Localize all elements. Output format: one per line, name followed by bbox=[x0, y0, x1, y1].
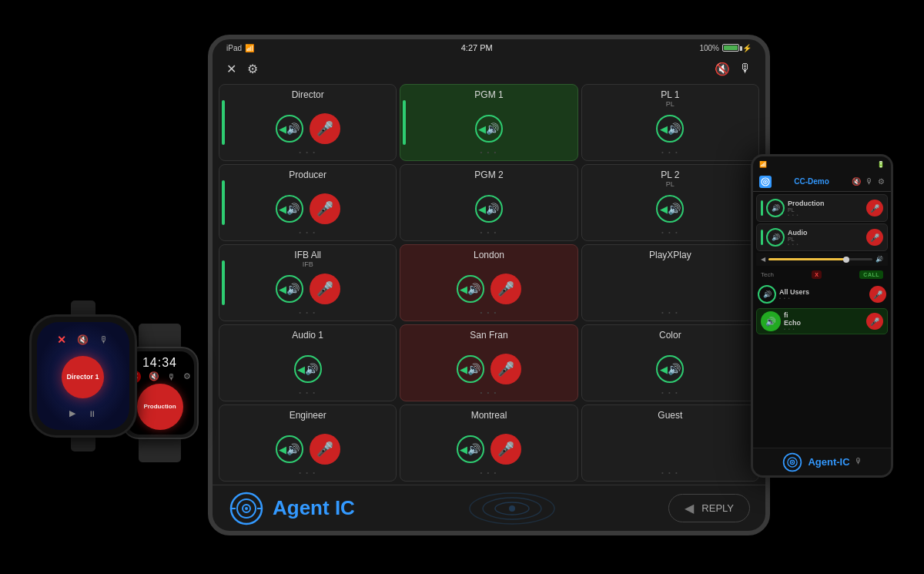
channel-sub: PL bbox=[582, 180, 758, 188]
channel-info: Audio PL • • • bbox=[788, 229, 863, 247]
reply-label: REPLY bbox=[701, 502, 734, 514]
channel-engineer[interactable]: Engineer 🔊 🎤 • • • bbox=[219, 404, 397, 482]
volume-button[interactable]: 🔊 bbox=[766, 228, 785, 247]
mic-button[interactable]: 🎤 bbox=[490, 434, 521, 465]
volume-button[interactable]: 🔊 bbox=[656, 115, 684, 143]
channel-montreal[interactable]: Montreal 🔊 🎤 • • • bbox=[400, 404, 578, 482]
channel-dots: • • • bbox=[219, 149, 396, 156]
channel-guest[interactable]: Guest • • • bbox=[581, 404, 759, 482]
channel-sanfran[interactable]: San Fran 🔊 🎤 • • • bbox=[400, 324, 578, 401]
phone-channel-production[interactable]: 🔊 Production PL • • • 🎤 bbox=[756, 194, 888, 222]
phone-channel-echo[interactable]: 🔊 fi Echo • • • 🎤 bbox=[756, 308, 888, 334]
mic-mute-button[interactable]: 🎙 bbox=[739, 62, 752, 76]
channel-dots: • • • bbox=[219, 309, 396, 316]
volume-button[interactable]: 🔊 bbox=[457, 275, 484, 303]
speaker-icon: 🔊 bbox=[286, 123, 300, 135]
volume-button[interactable]: 🔊 bbox=[457, 355, 484, 383]
channel-london[interactable]: London 🔊 🎤 • • • bbox=[400, 244, 578, 321]
svg-point-9 bbox=[509, 505, 515, 512]
smartphone: 📶 🔋 CC-Demo 🔇 🎙 ⚙ bbox=[751, 154, 901, 493]
volume-button[interactable]: 🔊 bbox=[276, 115, 303, 143]
watch-body: ✕ 🔇 🎙 Director 1 ▶ ⏸ bbox=[29, 314, 137, 438]
channel-audio1[interactable]: Audio 1 🔊 • • • bbox=[219, 324, 397, 401]
reply-button[interactable]: ◀ REPLY bbox=[668, 494, 750, 522]
mute-button[interactable]: 🔇 bbox=[715, 62, 730, 76]
watch-talk-button[interactable]: Director 1 bbox=[62, 356, 104, 398]
all-users-info: All Users • • • bbox=[779, 288, 866, 300]
volume-slider[interactable] bbox=[768, 258, 872, 260]
slider-fill bbox=[768, 258, 846, 260]
svg-point-3 bbox=[245, 507, 248, 510]
channel-pgm1[interactable]: PGM 1 🔊 • • • bbox=[400, 84, 578, 161]
production-label: Production bbox=[143, 403, 176, 411]
volume-button[interactable]: 🔊 bbox=[276, 195, 303, 223]
all-users-mic-button[interactable]: 🎤 bbox=[869, 286, 886, 303]
echo-volume-button[interactable]: 🔊 bbox=[761, 311, 781, 331]
mic-button[interactable]: 🎤 bbox=[490, 274, 521, 304]
agent-ic-text: Agent IC bbox=[273, 496, 355, 520]
watch-strap-top bbox=[139, 324, 181, 347]
channel-buttons: 🔊 bbox=[656, 355, 684, 383]
phone-channel-audio[interactable]: 🔊 Audio PL • • • 🎤 bbox=[756, 223, 888, 251]
echo-mic-button[interactable]: 🎤 bbox=[866, 313, 883, 330]
mic-button[interactable]: 🎤 bbox=[310, 193, 340, 224]
channel-dots: • • • bbox=[788, 242, 863, 247]
phone-tech-row: Tech X CALL bbox=[759, 269, 885, 280]
mic-button[interactable]: 🎤 bbox=[310, 274, 340, 304]
channel-playxplay[interactable]: PlayXPlay • • • bbox=[581, 244, 759, 321]
channel-buttons: 🔊 🎤 bbox=[276, 274, 340, 304]
volume-button[interactable]: 🔊 bbox=[475, 195, 503, 223]
channel-producer[interactable]: Producer 🔊 🎤 • • • bbox=[219, 164, 397, 241]
volume-button[interactable]: 🔊 bbox=[457, 435, 484, 463]
speaker-icon: 🔊 bbox=[286, 283, 300, 295]
channel-color[interactable]: Color 🔊 • • • bbox=[581, 324, 759, 401]
slider-thumb bbox=[843, 257, 849, 263]
channel-buttons: 🔊 bbox=[656, 195, 684, 223]
x-button[interactable]: X bbox=[812, 270, 822, 279]
volume-high-icon: 🔊 bbox=[875, 256, 883, 263]
dots: • • • bbox=[784, 327, 863, 331]
speaker-icon: 🔊 bbox=[286, 203, 300, 215]
channel-pgm2[interactable]: PGM 2 🔊 • • • bbox=[400, 164, 578, 241]
channel-pl1[interactable]: PL 1 PL 🔊 • • • bbox=[581, 84, 759, 161]
channel-buttons: 🔊 🎤 bbox=[276, 113, 340, 144]
phone-volume-slider-row: ◀ 🔊 bbox=[756, 253, 888, 266]
mic-button[interactable]: 🎤 bbox=[310, 113, 340, 144]
channel-buttons: 🔊 🎤 bbox=[276, 434, 340, 465]
watch-production-button[interactable]: Production bbox=[137, 384, 183, 430]
mic-button[interactable]: 🎤 bbox=[866, 200, 883, 217]
phone-footer: Agent-IC 🎙 bbox=[753, 448, 891, 475]
volume-button[interactable]: 🔊 bbox=[276, 435, 303, 463]
channel-pl2[interactable]: PL 2 PL 🔊 • • • bbox=[581, 164, 759, 241]
phone-app-header: CC-Demo 🔇 🎙 ⚙ bbox=[753, 172, 891, 192]
close-button[interactable]: ✕ bbox=[226, 62, 236, 76]
volume-button[interactable]: 🔊 bbox=[294, 355, 322, 383]
volume-button[interactable]: 🔊 bbox=[276, 275, 303, 303]
channel-name: Montreal bbox=[400, 410, 577, 421]
all-users-volume-button[interactable]: 🔊 bbox=[758, 285, 776, 304]
channel-name: Guest bbox=[582, 410, 758, 421]
channel-name: Production bbox=[788, 200, 863, 207]
channel-name: PGM 2 bbox=[400, 170, 577, 180]
channel-name: Producer bbox=[219, 170, 396, 180]
echo-label: Echo bbox=[784, 319, 863, 327]
call-button[interactable]: CALL bbox=[859, 270, 883, 279]
settings-icon: ⚙ bbox=[183, 371, 191, 381]
phone-mute-icon: 🔇 bbox=[852, 177, 861, 186]
volume-button[interactable]: 🔊 bbox=[656, 355, 684, 383]
volume-button[interactable]: 🔊 bbox=[475, 115, 503, 143]
mic-button[interactable]: 🎤 bbox=[866, 229, 883, 246]
led-bar bbox=[403, 100, 406, 146]
mic-button[interactable]: 🎤 bbox=[310, 434, 340, 465]
channel-director[interactable]: Director 🔊 🎤 • • • bbox=[219, 84, 397, 161]
volume-button[interactable]: 🔊 bbox=[656, 195, 684, 223]
tech-label: Tech bbox=[761, 271, 774, 278]
settings-button[interactable]: ⚙ bbox=[247, 62, 258, 76]
channel-dots: • • • bbox=[788, 213, 863, 217]
phone-footer-sub: 🎙 bbox=[855, 457, 862, 465]
mic-button[interactable]: 🎤 bbox=[490, 354, 521, 384]
volume-button[interactable]: 🔊 bbox=[766, 199, 785, 217]
channel-ifball[interactable]: IFB All IFB 🔊 🎤 • • • bbox=[219, 244, 397, 321]
toolbar-left: ✕ ⚙ bbox=[226, 62, 258, 76]
mic-off-icon: 🎙 bbox=[167, 372, 176, 381]
